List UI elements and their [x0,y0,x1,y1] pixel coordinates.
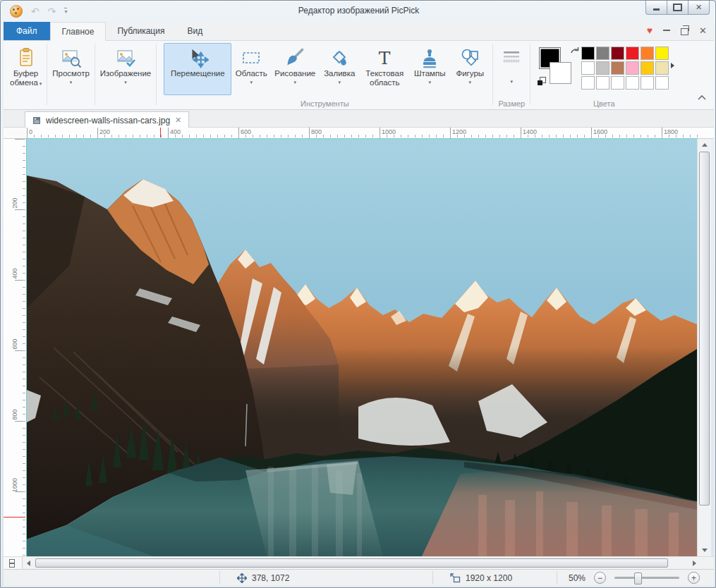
palette-color[interactable] [581,76,595,90]
group-separator [156,44,157,105]
palette-color[interactable] [581,47,595,60]
close-button[interactable]: ✕ [688,1,710,15]
dropdown-caret-icon: ▾ [511,79,514,84]
palette-color[interactable] [626,61,639,75]
palette-color[interactable] [641,76,654,90]
maximize-button[interactable] [667,1,688,15]
canvas-corner-button[interactable] [4,557,23,569]
dropdown-caret-icon: ▾ [469,80,472,85]
draw-tool-label: Рисование [274,69,315,78]
h-ruler-label: 1000 [382,128,396,135]
palette-color[interactable] [626,76,639,90]
shapes-tool-button[interactable]: Фигуры ▾ [450,43,490,95]
document-tab[interactable]: widescreen-walls-nissan-cars.jpg ✕ [25,111,189,128]
group-clipboard: Буфер обмена▾ [6,41,45,109]
view-button[interactable]: Просмотр ▾ [50,43,92,95]
zoom-in-button[interactable]: + [688,572,700,584]
maximize-icon [673,4,682,11]
size-group-label: Размер [494,99,528,108]
dropdown-caret-icon: ▾ [124,80,127,85]
ribbon: Буфер обмена▾ Просмотр ▾ [4,41,714,110]
h-ruler-label: 1200 [452,128,466,135]
size-button[interactable]: ▾ [496,43,527,95]
stamp-tool-button[interactable]: Штампы ▾ [409,43,450,95]
zoom-slider[interactable] [614,577,679,579]
scroll-up-arrow[interactable] [698,139,711,151]
collapse-ribbon-button[interactable] [697,91,707,104]
image-size-icon [450,573,461,583]
minimize-button[interactable] [645,1,667,15]
palette-color[interactable] [596,76,609,90]
palette-more-arrow-icon[interactable] [671,63,674,68]
palette-color[interactable] [641,47,654,60]
clipboard-button[interactable]: Буфер обмена▾ [8,43,44,95]
default-colors-icon[interactable] [538,77,546,85]
background-color-swatch[interactable] [550,62,571,84]
vertical-ruler: 2004006008001000 [4,139,27,556]
minimize-icon [653,8,660,11]
image-icon [114,47,137,69]
palette-color[interactable] [626,47,639,60]
app-minimize-icon[interactable] [663,30,670,31]
shapes-icon [459,47,481,69]
fill-bucket-icon [328,47,351,69]
palette-color[interactable] [655,47,669,60]
dropdown-caret-icon: ▾ [429,80,432,85]
h-ruler-label: 800 [311,128,322,135]
scroll-right-arrow[interactable] [688,557,700,569]
palette-color[interactable] [655,76,669,90]
ribbon-window-controls: ♥ ✕ [647,25,707,35]
donate-heart-icon[interactable]: ♥ [647,25,653,35]
preview-icon [60,47,83,69]
text-tool-button[interactable]: T Текстовая область [360,43,409,95]
document-tab-bar: widescreen-walls-nissan-cars.jpg ✕ [4,110,714,128]
horizontal-scrollbar-row [4,556,714,569]
vertical-scrollbar[interactable] [697,139,711,556]
draw-tool-button[interactable]: Рисование ▾ [271,43,319,95]
app-restore-icon[interactable] [681,28,688,35]
selection-tool-button[interactable]: Область ▾ [231,43,271,95]
move-tool-button[interactable]: Перемещение [164,43,231,95]
photo-canvas[interactable] [27,139,697,556]
fill-tool-button[interactable]: Заливка ▾ [319,43,360,95]
color-palette [581,47,669,90]
app-close-icon[interactable]: ✕ [699,26,707,35]
image-button[interactable]: Изображение ▾ [98,43,153,95]
palette-color[interactable] [611,76,624,90]
zoom-slider-thumb[interactable] [634,572,642,584]
h-ruler-label: 400 [170,128,181,135]
window-title: Редактор изображений PicPick [1,6,716,16]
vertical-scroll-thumb[interactable] [699,152,710,506]
palette-color[interactable] [611,47,624,60]
tab-view[interactable]: Вид [176,22,214,40]
palette-color[interactable] [596,61,609,75]
palette-color[interactable] [655,61,669,75]
horizontal-ruler: 020040060080010001200140016001800 [4,128,714,139]
close-icon: ✕ [696,4,702,11]
horizontal-scroll-thumb[interactable] [35,558,668,568]
color-swatches [538,46,580,87]
h-ruler-cursor-marker [160,128,161,137]
swap-colors-icon[interactable] [570,46,579,55]
palette-color[interactable] [596,47,609,60]
tab-home[interactable]: Главное [50,22,107,41]
group-separator [530,44,530,105]
palette-color[interactable] [611,61,624,75]
zoom-out-button[interactable]: − [594,572,606,584]
v-ruler-label: 400 [11,263,18,284]
scroll-down-arrow[interactable] [698,544,711,556]
horizontal-scrollbar[interactable] [34,557,688,569]
tab-file[interactable]: Файл [4,22,50,40]
tab-publish[interactable]: Публикация [106,22,176,40]
selection-tool-icon [240,47,262,69]
move-tool-icon [186,47,209,69]
text-tool-label-1: Текстовая [365,69,403,78]
image-label: Изображение [100,69,151,78]
title-bar[interactable]: ↶ ↷ ▾ Редактор изображений PicPick ✕ [1,1,716,22]
scroll-left-arrow[interactable] [23,557,34,569]
stamp-tool-label: Штампы [414,69,445,78]
tab-close-icon[interactable]: ✕ [175,116,181,124]
text-tool-label-2: область [370,78,400,87]
palette-color[interactable] [581,61,595,75]
palette-color[interactable] [641,61,654,75]
